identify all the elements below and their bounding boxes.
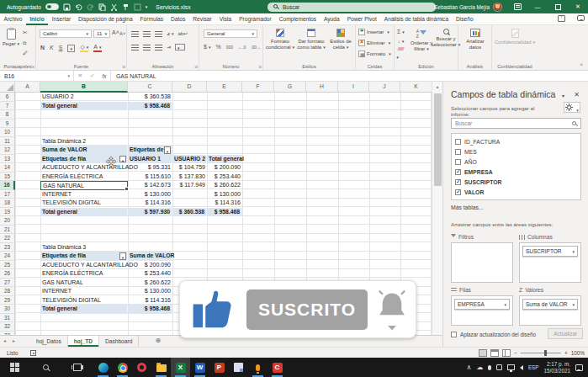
cell-b6[interactable]: USUARIO 2 (40, 93, 128, 102)
new-sheet-icon[interactable]: ⊕ (152, 336, 163, 347)
tab-programador[interactable]: Programador (236, 13, 275, 25)
field-suscriptor[interactable]: SUSCRIPTOR (455, 177, 577, 187)
column-header-g[interactable]: G (274, 82, 306, 93)
format-as-table-button[interactable]: Dar formato como tabla (295, 25, 327, 50)
merge-center-icon[interactable] (175, 44, 185, 50)
taskbar-search-button[interactable] (36, 358, 56, 377)
paste-button[interactable]: Pegar (2, 25, 20, 47)
align-top-icon[interactable] (131, 31, 139, 37)
column-header-f[interactable]: F (242, 82, 274, 93)
row-header[interactable]: 22 (0, 234, 15, 243)
zoom-slider[interactable] (521, 353, 561, 353)
comments-icon[interactable] (577, 15, 585, 21)
column-header-d[interactable]: D (172, 82, 207, 93)
cell-c7[interactable]: $ 958.468 (128, 102, 172, 111)
row-labels-filter-icon[interactable] (119, 156, 127, 163)
row-header[interactable]: 12 (0, 146, 15, 155)
column-header-c[interactable]: C (128, 82, 172, 93)
font-dialog-launcher-icon[interactable] (122, 64, 125, 69)
select-all-corner[interactable] (0, 82, 15, 93)
delete-cells-button[interactable]: Eliminar (358, 40, 390, 46)
column-labels-filter-icon[interactable] (164, 146, 172, 154)
clipboard-dialog-launcher-icon[interactable] (31, 64, 34, 69)
field-empresa[interactable]: EMPRESA (455, 167, 577, 177)
prev-sheet-icon[interactable]: ◂ (0, 336, 9, 347)
start-button[interactable] (5, 358, 24, 377)
onenote-app[interactable] (229, 358, 248, 377)
row-header[interactable]: 8 (0, 110, 15, 119)
fill-icon[interactable]: ↓ (398, 38, 405, 45)
column-header-k[interactable]: K (400, 82, 432, 93)
row-header[interactable]: 10 (0, 128, 15, 137)
tab-analisis-tabla-dinamica[interactable]: Análisis de tabla dinámica (380, 13, 452, 25)
row-header[interactable]: 7 (0, 102, 15, 111)
font-color-icon[interactable]: A (93, 44, 101, 52)
autosave-toggle[interactable] (45, 3, 59, 10)
cell-b12[interactable]: Suma de VALOR (40, 146, 128, 155)
cell-c30[interactable]: $ 958.468 (128, 305, 172, 314)
increase-font-icon[interactable]: A˄ (112, 29, 119, 36)
cell-b23[interactable]: Tabla Dinámica 3 (40, 243, 128, 252)
zoom-in-icon[interactable]: + (564, 350, 568, 356)
cell-d19[interactable]: $ 360.538 (172, 208, 207, 217)
cell-c13[interactable]: USUARIO 1 (128, 155, 172, 164)
user-account[interactable]: Sebastian García Mejía (434, 0, 502, 13)
panel-close-icon[interactable]: ✕ (574, 91, 580, 98)
name-box[interactable]: B16 (0, 71, 74, 82)
row-header[interactable]: 27 (0, 279, 15, 288)
column-header-h[interactable]: H (306, 82, 338, 93)
field-valor[interactable]: VALOR (455, 187, 577, 197)
column-header-b[interactable]: B (40, 82, 128, 93)
row-header[interactable]: 15 (0, 173, 15, 182)
defer-layout-update[interactable]: Aplazar actualización del diseño (451, 332, 536, 337)
fill-color-icon[interactable]: ◇ (80, 44, 88, 52)
scrollbar-thumb[interactable] (434, 93, 442, 186)
format-painter-icon[interactable]: 🖉 (23, 50, 28, 56)
row-header[interactable]: 14 (0, 163, 15, 173)
zoom-slider-thumb[interactable] (544, 350, 547, 356)
tab-formulas[interactable]: Fórmulas (136, 13, 167, 25)
borders-icon[interactable] (67, 45, 75, 52)
rows-field-pill[interactable]: EMPRESA (454, 299, 510, 310)
cell-d13[interactable]: USUARIO 2 (172, 155, 207, 164)
values-area[interactable]: Suma de VALOR (519, 295, 581, 326)
percent-icon[interactable]: % (215, 44, 220, 50)
align-right-icon[interactable] (155, 45, 162, 50)
tab-revisar[interactable]: Revisar (189, 13, 215, 25)
wrap-text-icon[interactable]: ab↩ (177, 30, 188, 37)
vertical-scrollbar[interactable]: ▲ (432, 82, 442, 335)
panel-options-icon[interactable]: ▾ (562, 93, 564, 98)
row-header[interactable]: 29 (0, 296, 15, 305)
checkbox-checked-icon[interactable] (455, 179, 461, 185)
rows-area[interactable]: EMPRESA (451, 295, 513, 326)
cell-e18[interactable]: $ 114.316 (207, 199, 242, 208)
row-header[interactable]: 11 (0, 137, 15, 146)
cell-b26[interactable]: ENERGÍA ELÉCTRICA (40, 269, 128, 279)
columns-field-pill[interactable]: SUSCRIPTOR (522, 246, 578, 257)
excel-app[interactable]: X (171, 358, 190, 377)
formula-input[interactable]: GAS NATURAL (111, 73, 156, 79)
conditional-formatting-button[interactable]: Formato condicional (265, 25, 295, 50)
cut-icon[interactable]: ✂ (23, 29, 28, 36)
increase-decimal-icon[interactable]: ←.0 (238, 44, 246, 50)
cell-c12[interactable]: Etiquetas de c (128, 146, 172, 155)
avatar[interactable] (493, 3, 502, 12)
cell-b30[interactable]: Total general (40, 305, 128, 314)
cell-c25[interactable]: $ 200.090 (128, 261, 172, 270)
sheet-tab-hoj-td[interactable]: hoj_TD (68, 336, 99, 347)
tab-power-pivot[interactable]: Power Pivot (343, 13, 380, 25)
thousands-icon[interactable]: 000 (226, 44, 233, 50)
normal-view-icon[interactable] (479, 349, 487, 357)
format-painter-icon[interactable] (122, 3, 130, 11)
cell-b27[interactable]: GAS NATURAL (40, 279, 128, 288)
sheet-tab-hoj-datos[interactable]: hoj_Datos (30, 336, 68, 347)
language-indicator[interactable]: ESP (528, 364, 539, 370)
action-center-icon[interactable] (575, 364, 583, 371)
search-input[interactable]: Buscar (268, 3, 436, 12)
minimize-button[interactable]: — (527, 0, 548, 13)
format-cells-button[interactable]: Formato (358, 50, 391, 57)
checkbox-checked-icon[interactable] (455, 189, 461, 195)
field-mes[interactable]: MES (455, 146, 577, 157)
tab-vista[interactable]: Vista (215, 13, 236, 25)
checkbox-checked-icon[interactable] (455, 169, 461, 175)
